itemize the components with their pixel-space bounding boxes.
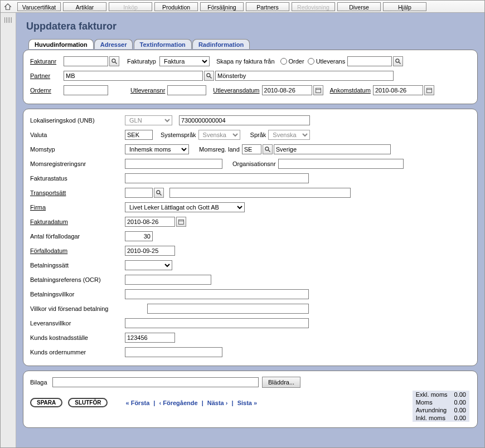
finish-button[interactable]: SLUTFÖR bbox=[68, 398, 108, 407]
ankomstdatum-input[interactable] bbox=[373, 85, 423, 95]
fakturanr-lookup-icon[interactable] bbox=[109, 56, 119, 66]
firma-label: Firma bbox=[30, 204, 125, 211]
momsreg-land-lookup-icon[interactable] bbox=[263, 144, 273, 154]
utleveransdatum-input[interactable] bbox=[262, 85, 312, 95]
utleveransnr-label: Utleveransnr bbox=[130, 87, 165, 94]
betalningsreferens-label: Betalningsreferens (OCR) bbox=[30, 276, 125, 283]
svg-line-3 bbox=[399, 62, 401, 64]
svg-point-0 bbox=[112, 59, 115, 62]
tab-adresser[interactable]: Adresser bbox=[94, 39, 133, 49]
total-avrundning-label: Avrundning bbox=[413, 406, 451, 414]
transportsatt-name bbox=[169, 188, 351, 198]
body-panel: Lokaliseringskod (UNB) GLN Valuta System… bbox=[23, 109, 478, 366]
betalningsvillkor-input[interactable] bbox=[125, 289, 309, 299]
total-exkl-value: 0.00 bbox=[451, 391, 469, 398]
svg-line-13 bbox=[160, 194, 162, 196]
workspace: Uppdatera fakturor Huvudinformation Adre… bbox=[16, 13, 484, 447]
menu-hjalp[interactable]: Hjälp bbox=[383, 2, 426, 11]
svg-rect-8 bbox=[426, 88, 431, 92]
partner-code-input[interactable] bbox=[64, 71, 203, 81]
skapa-ny-label: Skapa ny faktura från bbox=[216, 58, 275, 65]
momsreg-land-code-input[interactable] bbox=[242, 144, 261, 154]
page-first[interactable]: « Första bbox=[125, 400, 149, 406]
lokaliseringskod-value bbox=[179, 115, 310, 125]
tab-textinformation[interactable]: Textinformation bbox=[134, 39, 192, 49]
svg-point-10 bbox=[265, 147, 269, 150]
fakturastatus-label: Fakturastatus bbox=[30, 175, 125, 182]
villkor-forsenad-input[interactable] bbox=[147, 304, 309, 314]
momsregnr-label: Momsregistreringsnr bbox=[30, 160, 125, 167]
utleveransdatum-calendar-icon[interactable] bbox=[313, 85, 323, 95]
utleveransnr-input bbox=[167, 85, 206, 95]
utleverans-ref-input[interactable] bbox=[347, 56, 392, 66]
page-last[interactable]: Sista » bbox=[237, 400, 257, 406]
svg-line-11 bbox=[268, 150, 270, 152]
total-moms-label: Moms bbox=[413, 398, 451, 406]
betalningsreferens-input[interactable] bbox=[125, 275, 211, 285]
menu-inkop: Inköp bbox=[109, 2, 152, 11]
grip-icon[interactable] bbox=[4, 17, 12, 23]
antal-forfallodagar-input[interactable] bbox=[125, 231, 153, 241]
header-panel: Fakturanr Fakturatyp Faktura Skapa ny fa… bbox=[23, 50, 478, 104]
kostnadsstalle-label: Kunds kostnadsställe bbox=[30, 334, 125, 341]
fakturatyp-label: Fakturatyp bbox=[127, 58, 156, 65]
transportsatt-code-input[interactable] bbox=[125, 188, 153, 198]
menu-produktion[interactable]: Produktion bbox=[154, 2, 198, 11]
utleverans-lookup-icon[interactable] bbox=[393, 56, 403, 66]
firma-select[interactable]: Livet Leker Lättlagat och Gott AB bbox=[125, 202, 245, 212]
fakturatyp-select[interactable]: Faktura bbox=[159, 56, 210, 66]
fakturadatum-calendar-icon[interactable] bbox=[176, 217, 186, 227]
left-sidebar bbox=[1, 13, 16, 447]
ankomstdatum-label: Ankomstdatum bbox=[330, 87, 371, 94]
total-moms-value: 0.00 bbox=[451, 398, 469, 406]
transportsatt-lookup-icon[interactable] bbox=[154, 188, 164, 198]
menu-diverse[interactable]: Diverse bbox=[337, 2, 381, 11]
svg-point-4 bbox=[207, 74, 210, 77]
svg-point-12 bbox=[157, 191, 160, 194]
svg-point-2 bbox=[396, 59, 399, 62]
betalningsvillkor-label: Betalningsvillkor bbox=[30, 291, 125, 298]
menu-artiklar[interactable]: Artiklar bbox=[63, 2, 106, 11]
ankomstdatum-calendar-icon[interactable] bbox=[424, 85, 434, 95]
svg-rect-14 bbox=[179, 220, 184, 224]
tab-huvudinformation[interactable]: Huvudinformation bbox=[28, 39, 94, 49]
page-next[interactable]: Nästa › bbox=[207, 400, 228, 406]
order-label: Order bbox=[289, 58, 304, 65]
forfallodatum-input bbox=[125, 246, 175, 256]
fakturanr-input[interactable] bbox=[64, 56, 108, 66]
bilaga-label: Bilaga bbox=[30, 379, 52, 386]
momstyp-select[interactable]: Inhemsk moms bbox=[125, 144, 189, 154]
menu-partners[interactable]: Partners bbox=[246, 2, 289, 11]
betalningssatt-select[interactable] bbox=[125, 260, 172, 270]
tab-radinformation[interactable]: Radinformation bbox=[192, 39, 250, 49]
utleverans-radio[interactable] bbox=[308, 58, 314, 65]
bilaga-input[interactable] bbox=[52, 377, 259, 387]
footer-panel: Bilaga Bläddra... SPARA SLUTFÖR « Första… bbox=[23, 371, 478, 428]
partner-lookup-icon[interactable] bbox=[204, 71, 214, 81]
tab-strip: Huvudinformation Adresser Textinformatio… bbox=[23, 39, 478, 50]
kunds-ordernr-label: Kunds ordernummer bbox=[30, 349, 125, 356]
total-inkl-label: Inkl. moms bbox=[413, 414, 451, 422]
kostnadsstalle-input[interactable] bbox=[125, 333, 175, 343]
totals-box: Exkl. moms0.00 Moms0.00 Avrundning0.00 I… bbox=[413, 391, 469, 422]
home-icon[interactable] bbox=[4, 3, 12, 11]
svg-line-1 bbox=[115, 62, 117, 64]
paginator: « Första | ‹ Föregående | Nästa › | Sist… bbox=[124, 400, 258, 406]
browse-button[interactable]: Bläddra... bbox=[262, 377, 300, 388]
fakturadatum-input[interactable] bbox=[125, 217, 175, 227]
valuta-label: Valuta bbox=[30, 132, 125, 138]
forfallodatum-label: Förfallodatum bbox=[30, 247, 125, 254]
menu-forsaljning[interactable]: Försäljning bbox=[200, 2, 244, 11]
menu-varucertifikat[interactable]: Varucertifikat bbox=[17, 2, 61, 11]
save-button[interactable]: SPARA bbox=[30, 398, 62, 407]
page-prev[interactable]: ‹ Föregående bbox=[159, 400, 197, 406]
kunds-ordernr-input[interactable] bbox=[125, 347, 222, 357]
order-radio[interactable] bbox=[280, 58, 287, 65]
momsregnr-input[interactable] bbox=[125, 159, 222, 169]
valuta-input bbox=[125, 130, 153, 140]
villkor-forsenad-label: Villkor vid försenad betalning bbox=[30, 305, 147, 312]
fakturadatum-label: Fakturadatum bbox=[30, 218, 125, 225]
leveransvillkor-input[interactable] bbox=[125, 318, 309, 328]
top-menu-bar: Varucertifikat Artiklar Inköp Produktion… bbox=[1, 1, 484, 13]
ordernr-label: Ordernr bbox=[30, 87, 64, 94]
